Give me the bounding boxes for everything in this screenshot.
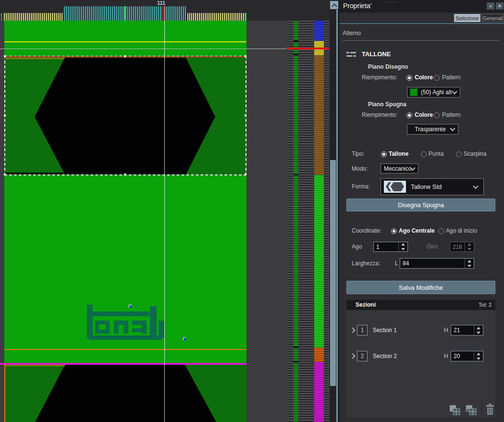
radio-pattern-disegno[interactable] — [434, 75, 440, 81]
selection-handle[interactable] — [245, 55, 246, 57]
delete-section-icon[interactable] — [485, 403, 495, 416]
section-name[interactable]: Section 2 — [373, 353, 397, 360]
piano-spugna-title: Piano Spugna — [368, 101, 406, 108]
strip-segment-blue[interactable] — [314, 21, 324, 41]
salva-modifiche-button[interactable]: Salva Modifiche — [346, 281, 495, 294]
cursor-guide-line — [164, 6, 165, 422]
strip-segment-orange[interactable] — [314, 348, 324, 362]
forma-dropdown[interactable]: Tallone Std — [381, 178, 484, 195]
app-window: { "ruler": { "cursor_label": "111" }, "c… — [0, 0, 504, 422]
forma-value: Tallone Std — [411, 183, 442, 190]
section-number[interactable]: 1 — [357, 325, 368, 335]
radio-ago-centrale-label[interactable]: Ago Centrale — [399, 227, 435, 234]
stepper-buttons[interactable] — [465, 259, 474, 268]
tallone-section-title: TALLONE — [362, 50, 391, 58]
radio-punta[interactable] — [421, 151, 427, 157]
radio-ago-centrale[interactable] — [391, 228, 397, 234]
strip-segment-green[interactable] — [314, 175, 324, 348]
radio-ago-inizio[interactable] — [438, 228, 444, 234]
radio-colore-disegno[interactable] — [406, 75, 412, 81]
radio-tallone[interactable] — [381, 151, 387, 157]
larghezza-label: Larghezza: — [352, 260, 380, 267]
piano-disegno-title: Piano Disegno — [368, 63, 408, 70]
properties-panel: Proprieta' ····· » ✕ Selezione Generali … — [339, 0, 504, 422]
toolbar-separator — [481, 403, 482, 416]
collapse-panel-button[interactable]: » — [487, 2, 494, 10]
section-height-stepper[interactable] — [451, 351, 483, 361]
yarn-line-orange — [4, 349, 246, 350]
expand-section-icon[interactable] — [350, 327, 355, 333]
larghezza-input[interactable] — [400, 259, 465, 268]
ago-stepper[interactable] — [373, 242, 408, 252]
tab-selezione[interactable]: Selezione — [454, 14, 480, 22]
selection-handle[interactable] — [124, 55, 126, 57]
heel-hexagon-bottom — [35, 365, 216, 422]
radio-pattern-spugna[interactable] — [434, 112, 440, 118]
coordinate-label: Coordinate: — [352, 227, 381, 234]
ruler-cursor-label: 111 — [157, 0, 165, 6]
scrollbar-thumb[interactable] — [330, 160, 336, 386]
stepper-buttons[interactable] — [474, 351, 483, 361]
selection-handle[interactable] — [4, 174, 6, 175]
section-height-stepper[interactable] — [451, 325, 483, 335]
section-name[interactable]: Section 1 — [373, 327, 397, 334]
needle-ruler[interactable]: 111 — [0, 0, 339, 21]
panel-header[interactable]: Proprieta' ····· » ✕ — [339, 0, 504, 12]
radio-pattern-spugna-label[interactable]: Pattern — [442, 112, 461, 118]
selection-handle[interactable] — [245, 114, 246, 116]
ruler-tick-green-start — [1, 13, 2, 21]
scroll-up-button[interactable] — [330, 1, 338, 9]
radio-colore-spugna-label[interactable]: Colore — [415, 112, 433, 118]
marker-dot-1 — [129, 305, 132, 308]
radio-colore-spugna[interactable] — [406, 112, 412, 118]
radio-ago-inizio-label[interactable]: Ago di inizio — [446, 227, 477, 234]
section-h-label: H — [444, 353, 448, 360]
modo-label: Modo: — [352, 165, 368, 172]
radio-scarpina-label[interactable]: Scarpina — [464, 150, 486, 157]
giro-stepper — [450, 242, 474, 252]
strip-segment-brown[interactable] — [314, 55, 324, 175]
radio-tallone-label[interactable]: Tallone — [389, 150, 408, 157]
sezioni-panel: Sezioni Tot: 2 1 Section 1 H 2 Section 2… — [346, 300, 495, 417]
radio-colore-disegno-label[interactable]: Colore — [415, 74, 433, 81]
tab-generali[interactable]: Generali — [482, 14, 504, 22]
section-height-input[interactable] — [451, 351, 474, 361]
duplicate-section-after-icon[interactable] — [465, 404, 477, 416]
selection-handle[interactable] — [245, 174, 246, 175]
ruler-ticks-yellow-left — [4, 13, 63, 21]
modo-dropdown[interactable]: Meccanico — [381, 163, 418, 174]
spugna-fill-dropdown[interactable]: Trasparente — [407, 124, 458, 135]
disegna-spugna-button[interactable]: Disegna Spugna — [346, 199, 495, 211]
ago-input[interactable] — [374, 242, 398, 251]
stepper-buttons[interactable] — [398, 242, 407, 251]
ago-label: Ago — [352, 243, 362, 250]
marker-dot-2 — [183, 337, 186, 340]
selection-handle[interactable] — [4, 114, 6, 116]
separator — [343, 40, 499, 41]
tab-underline — [339, 23, 504, 24]
radio-scarpina[interactable] — [456, 151, 462, 157]
color-swatch-green — [410, 88, 418, 96]
yarn-line-olive-bottom — [4, 365, 65, 366]
section-height-input[interactable] — [451, 325, 474, 335]
chevron-down-icon — [473, 183, 478, 188]
radio-pattern-disegno-label[interactable]: Pattern — [442, 74, 461, 81]
close-panel-button[interactable]: ✕ — [496, 2, 504, 10]
selection-handle[interactable] — [4, 55, 6, 57]
heel-shapes — [0, 21, 246, 422]
sezioni-body: 1 Section 1 H 2 Section 2 H — [346, 310, 495, 417]
strip-break — [294, 40, 298, 42]
larghezza-stepper[interactable] — [400, 258, 474, 269]
section-number[interactable]: 2 — [357, 351, 368, 361]
fill-color-dropdown[interactable]: (50) Aghi alt — [407, 87, 460, 98]
strip-segment-magenta[interactable] — [314, 362, 324, 422]
selection-handle[interactable] — [124, 174, 126, 175]
panel-title: Proprieta' — [343, 2, 371, 10]
stepper-buttons[interactable] — [474, 325, 483, 335]
duplicate-section-before-icon[interactable] — [448, 404, 461, 416]
radio-punta-label[interactable]: Punta — [429, 150, 443, 157]
sezioni-header: Sezioni Tot: 2 — [346, 300, 495, 310]
drag-handle-dots-icon[interactable]: ····· — [381, 0, 398, 5]
strip-break — [294, 347, 298, 348]
expand-section-icon[interactable] — [350, 353, 355, 359]
